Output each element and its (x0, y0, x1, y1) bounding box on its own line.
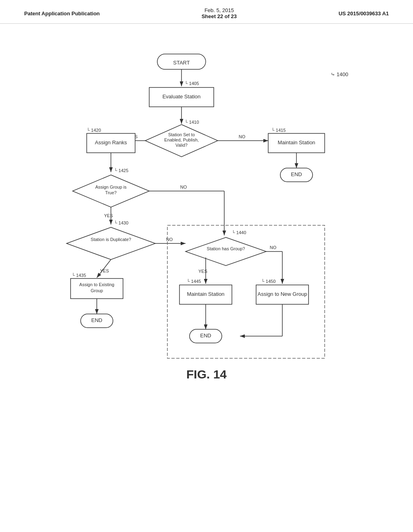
svg-text:└ 1405: └ 1405 (185, 81, 199, 86)
svg-text:Assign Group is: Assign Group is (95, 185, 127, 189)
svg-text:YES: YES (198, 269, 207, 274)
svg-text:└ 1435: └ 1435 (72, 272, 86, 278)
svg-text:Valid?: Valid? (175, 143, 188, 148)
svg-text:└ 1415: └ 1415 (271, 127, 286, 133)
header-left: Patent Application Publication (24, 10, 100, 17)
svg-text:└ 1425: └ 1425 (114, 168, 128, 173)
svg-text:└ 1420: └ 1420 (87, 127, 101, 133)
svg-text:└ 1450: └ 1450 (261, 278, 275, 284)
header-date: Feb. 5, 2015 (204, 7, 234, 13)
svg-text:NO: NO (180, 185, 187, 189)
svg-marker-54 (186, 237, 266, 266)
svg-text:└ 1430: └ 1430 (114, 220, 128, 225)
page: Patent Application Publication Feb. 5, 2… (0, 0, 413, 532)
svg-text:└ 1440: └ 1440 (232, 230, 246, 235)
svg-text:⤷ 1400: ⤷ 1400 (331, 71, 348, 77)
svg-text:└ 1445: └ 1445 (187, 278, 201, 284)
svg-text:Enabled, Publish,: Enabled, Publish, (164, 137, 199, 142)
svg-text:START: START (173, 60, 190, 66)
diagram-area: ⤷ 1400 START └ 1405 Evaluate Station └ 1… (0, 24, 413, 507)
header-center: Feb. 5, 2015 Sheet 22 of 23 (202, 7, 237, 19)
header-right: US 2015/0039633 A1 (338, 10, 389, 17)
svg-text:True?: True? (105, 190, 117, 195)
svg-text:NO: NO (239, 134, 246, 139)
svg-text:Group: Group (91, 288, 103, 293)
svg-marker-39 (67, 227, 155, 260)
svg-text:Maintain Station: Maintain Station (187, 291, 224, 297)
flowchart-svg: ⤷ 1400 START └ 1405 Evaluate Station └ 1… (0, 24, 413, 507)
svg-text:└ 1410: └ 1410 (185, 119, 199, 125)
svg-text:YES: YES (100, 268, 109, 273)
svg-text:YES: YES (104, 213, 113, 218)
svg-text:Maintain Station: Maintain Station (277, 139, 315, 145)
svg-text:Station is Duplicate?: Station is Duplicate? (91, 237, 131, 242)
page-header: Patent Application Publication Feb. 5, 2… (0, 0, 413, 24)
svg-text:Assign to Existing: Assign to Existing (79, 282, 115, 287)
svg-text:Assign to New Group: Assign to New Group (258, 291, 307, 297)
header-sheet: Sheet 22 of 23 (202, 13, 237, 19)
svg-text:END: END (200, 332, 211, 339)
svg-text:Station has Group?: Station has Group? (207, 246, 245, 251)
svg-text:END: END (291, 171, 302, 177)
svg-text:Evaluate Station: Evaluate Station (163, 94, 201, 100)
svg-text:Assign Ranks: Assign Ranks (95, 139, 127, 145)
svg-text:FIG. 14: FIG. 14 (186, 368, 227, 381)
svg-text:Station Set to: Station Set to (168, 132, 195, 137)
svg-text:END: END (91, 317, 102, 323)
svg-text:NO: NO (270, 245, 277, 250)
